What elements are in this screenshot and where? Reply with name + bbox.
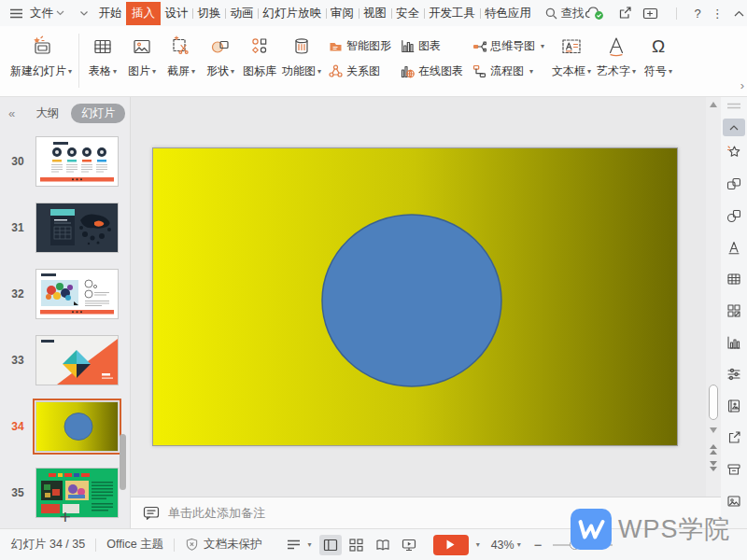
tab-transitions[interactable]: 切换 — [193, 2, 225, 25]
picture-button[interactable]: 图片▾ — [122, 26, 162, 79]
picture-icon — [130, 35, 154, 59]
slide-canvas[interactable] — [152, 147, 678, 446]
new-tab-icon[interactable] — [642, 7, 658, 21]
table-button[interactable]: 表格▾ — [83, 26, 122, 79]
svg-text:Ω: Ω — [652, 36, 665, 56]
tab-slides[interactable]: 幻灯片 — [71, 104, 125, 123]
share-file-icon[interactable] — [726, 429, 742, 446]
scrollbar-thumb[interactable] — [709, 385, 718, 420]
icon-library-button[interactable]: 图标库 — [240, 26, 279, 79]
zoom-out-button[interactable]: − — [534, 537, 543, 553]
play-slideshow-button[interactable] — [433, 535, 469, 555]
chart-settings-icon[interactable] — [726, 334, 742, 351]
image-tools-icon[interactable] — [726, 493, 742, 510]
tab-security[interactable]: 安全 — [392, 2, 424, 25]
view-switcher — [319, 535, 420, 555]
normal-view-button[interactable] — [319, 535, 342, 555]
collapse-panel-icon[interactable]: « — [8, 106, 15, 120]
editing-canvas[interactable] — [131, 97, 706, 497]
slide-thumbnail-34-selected[interactable]: 34 — [0, 401, 131, 452]
collapse-sidebar-button[interactable] — [723, 119, 745, 136]
notes-toggle-button[interactable]: ▾ — [287, 539, 312, 551]
symbol-button[interactable]: Ω 符号▾ — [639, 26, 678, 79]
share-icon[interactable] — [617, 6, 632, 21]
table-icon — [91, 35, 115, 59]
slide-number: 34 — [6, 420, 30, 433]
slide-sorter-view-button[interactable] — [345, 535, 368, 555]
ribbon-more-icon[interactable]: › — [740, 78, 744, 92]
reading-view-button[interactable] — [372, 535, 394, 555]
screenshot-icon — [169, 35, 193, 59]
wordart-button[interactable]: 艺术字▾ — [594, 26, 639, 79]
slide-thumbnail-31[interactable]: 31 — [0, 203, 131, 253]
tab-slideshow[interactable]: 幻灯片放映 — [259, 2, 326, 25]
slide-thumbnail-33[interactable]: 33 — [0, 335, 131, 385]
wordart-style-icon[interactable] — [726, 239, 742, 256]
previous-slide-icon[interactable] — [710, 444, 717, 455]
mindmap-group: 思维导图 ▾ 流程图 ▾ — [468, 26, 549, 79]
blue-ellipse-shape[interactable] — [322, 215, 501, 386]
table-style-icon[interactable] — [726, 271, 742, 287]
dropdown-caret-icon: ▾ — [587, 67, 591, 76]
quick-access-chevron-icon[interactable] — [79, 10, 89, 17]
help-icon[interactable]: ? — [695, 7, 701, 21]
textbox-icon — [559, 35, 584, 59]
combine-shapes-icon[interactable] — [726, 207, 742, 224]
flowchart-button[interactable]: 流程图 ▾ — [472, 63, 544, 79]
tab-developer[interactable]: 开发工具 — [425, 2, 480, 25]
collapse-ribbon-icon[interactable] — [734, 10, 744, 17]
presenter-view-button[interactable] — [398, 535, 420, 555]
tab-home[interactable]: 开始 — [94, 2, 126, 25]
resource-box-icon[interactable] — [726, 461, 742, 478]
slide-thumbnail-32[interactable]: 32 — [0, 269, 131, 319]
next-slide-icon[interactable] — [710, 461, 717, 471]
dropdown-caret-icon[interactable]: ▾ — [476, 540, 480, 549]
dropdown-caret-icon[interactable]: ▾ — [517, 540, 521, 549]
add-slide-button[interactable]: + — [0, 508, 131, 526]
normal-view-icon — [323, 539, 338, 552]
new-slide-icon — [29, 35, 53, 59]
scroll-up-icon[interactable] — [710, 102, 717, 107]
online-chart-button[interactable]: 在线图表 — [401, 63, 463, 79]
swap-shapes-icon[interactable] — [726, 175, 742, 192]
mindmap-button[interactable]: 思维导图 ▾ — [472, 38, 544, 54]
tab-review[interactable]: 审阅 — [327, 2, 359, 25]
relationship-diagram-button[interactable]: 关系图 — [329, 63, 391, 79]
file-caret-icon[interactable] — [56, 10, 64, 16]
tab-animation[interactable]: 动画 — [226, 2, 258, 25]
layout-icon[interactable] — [726, 302, 742, 319]
divider — [95, 539, 96, 552]
hamburger-menu-icon[interactable] — [9, 8, 23, 19]
document-protection[interactable]: 文档未保护 — [185, 537, 262, 553]
cloud-sync-icon[interactable] — [585, 6, 607, 21]
panel-drag-handle[interactable] — [726, 103, 741, 109]
play-icon — [446, 539, 455, 550]
tab-outline[interactable]: 大纲 — [35, 105, 59, 121]
find-button[interactable]: 查找 — [545, 6, 585, 21]
beautify-icon[interactable] — [726, 144, 742, 161]
function-chart-button[interactable]: 功能图▾ — [279, 26, 324, 79]
photo-album-icon[interactable] — [726, 398, 742, 414]
shapes-button[interactable]: 形状▾ — [201, 26, 240, 79]
chart-button[interactable]: 图表 — [401, 38, 463, 54]
slide-thumbnail-30[interactable]: 30 — [0, 136, 131, 187]
more-options-icon[interactable]: ⋮ — [712, 7, 724, 21]
scroll-down-icon[interactable] — [710, 427, 717, 433]
zoom-level[interactable]: 43% — [491, 539, 514, 552]
canvas-scrollbar[interactable] — [706, 97, 721, 497]
notes-icon — [143, 506, 160, 520]
theme-name[interactable]: Office 主题 — [106, 537, 163, 553]
tab-design[interactable]: 设计 — [161, 2, 192, 25]
tab-insert[interactable]: 插入 — [126, 2, 161, 25]
screenshot-button[interactable]: 截屏▾ — [162, 26, 201, 79]
tab-view[interactable]: 视图 — [359, 2, 391, 25]
tab-special-features[interactable]: 特色应用 — [481, 2, 536, 25]
object-properties-icon[interactable] — [726, 366, 742, 383]
textbox-button[interactable]: 文本框▾ — [549, 26, 594, 79]
file-menu[interactable]: 文件 — [30, 6, 53, 21]
smart-graphics-button[interactable]: 智能图形 — [329, 38, 391, 54]
new-slide-button[interactable]: 新建幻灯片▾ — [7, 26, 75, 79]
slide-34-preview — [36, 402, 118, 451]
slide-content — [153, 148, 677, 445]
thumbnail-scrollbar[interactable] — [120, 434, 126, 490]
